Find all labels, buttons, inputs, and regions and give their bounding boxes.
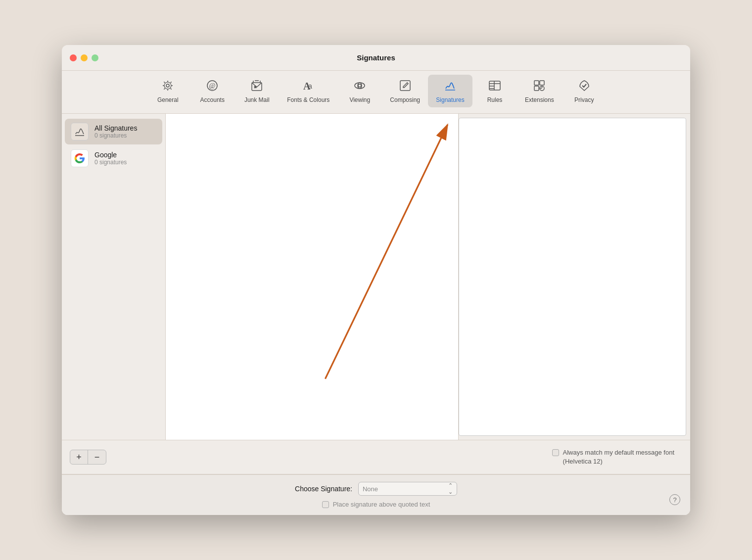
svg-line-24 <box>325 125 447 379</box>
privacy-label: Privacy <box>574 96 594 103</box>
toolbar-item-rules[interactable]: Rules <box>472 75 517 107</box>
svg-rect-15 <box>400 81 410 91</box>
junk-mail-icon <box>250 79 264 94</box>
signatures-icon <box>443 79 457 94</box>
traffic-lights <box>70 54 98 61</box>
accounts-label: Accounts <box>200 96 225 103</box>
toolbar-item-signatures[interactable]: Signatures <box>428 75 472 107</box>
main-window: Signatures General @ Accounts <box>62 45 690 515</box>
toolbar-item-accounts[interactable]: @ Accounts <box>190 75 235 107</box>
general-icon <box>161 79 175 94</box>
svg-point-1 <box>164 82 171 89</box>
font-match-checkbox[interactable] <box>552 449 559 456</box>
toolbar-item-junk-mail[interactable]: Junk Mail <box>235 75 279 107</box>
rules-icon <box>488 79 502 94</box>
signatures-list-panel <box>166 114 459 440</box>
junk-mail-label: Junk Mail <box>244 96 270 103</box>
all-signatures-name: All Signatures <box>94 124 137 132</box>
svg-point-12 <box>355 83 365 89</box>
place-signature-checkbox[interactable] <box>322 501 329 508</box>
toolbar: General @ Accounts <box>62 71 690 114</box>
minimize-button[interactable] <box>81 54 88 61</box>
sig-dropdown-value: None <box>363 485 378 493</box>
font-match-sub: (Helvetica 12) <box>563 457 674 466</box>
all-signatures-icon <box>71 123 89 140</box>
all-signatures-text: All Signatures 0 signatures <box>94 124 137 139</box>
google-text: Google 0 signatures <box>94 151 127 166</box>
rules-label: Rules <box>487 96 503 103</box>
add-remove-buttons: + − <box>70 450 106 465</box>
signatures-label: Signatures <box>436 96 464 103</box>
fonts-label: Fonts & Colours <box>287 96 329 103</box>
place-signature-row: Place signature above quoted text <box>322 501 430 508</box>
extensions-icon <box>532 79 546 94</box>
choose-signature-label: Choose Signature: <box>295 485 352 493</box>
sidebar-item-all-signatures[interactable]: All Signatures 0 signatures <box>65 119 162 144</box>
choose-signature-dropdown[interactable]: None ⌃ ⌄ <box>358 482 457 496</box>
google-name: Google <box>94 151 127 159</box>
svg-text:@: @ <box>209 82 216 90</box>
all-signatures-count: 0 signatures <box>94 132 137 139</box>
close-button[interactable] <box>70 54 77 61</box>
arrow-annotation <box>166 114 458 440</box>
toolbar-item-general[interactable]: General <box>145 75 190 107</box>
privacy-icon <box>577 79 591 94</box>
font-match-label: Always match my default message font <box>563 448 674 457</box>
toolbar-item-viewing[interactable]: Viewing <box>337 75 382 107</box>
svg-point-13 <box>358 84 361 87</box>
svg-rect-18 <box>534 81 539 85</box>
google-icon <box>71 149 89 167</box>
svg-rect-20 <box>534 86 539 91</box>
signature-bar: Choose Signature: None ⌃ ⌄ Place signatu… <box>62 474 690 515</box>
choose-signature-row: Choose Signature: None ⌃ ⌄ <box>295 482 457 496</box>
sidebar: All Signatures 0 signatures Google 0 si <box>62 114 166 440</box>
bottom-bar: + − Always match my default message font… <box>62 440 690 515</box>
font-match-area: Always match my default message font (He… <box>544 444 682 470</box>
toolbar-item-extensions[interactable]: Extensions <box>517 75 562 107</box>
accounts-icon: @ <box>205 79 219 94</box>
add-signature-button[interactable]: + <box>70 450 88 464</box>
remove-signature-button[interactable]: − <box>88 450 106 464</box>
composing-label: Composing <box>390 96 420 103</box>
svg-point-0 <box>166 84 169 87</box>
sig-dropdown-arrow-icon: ⌃ ⌄ <box>448 482 453 495</box>
google-count: 0 signatures <box>94 159 127 166</box>
toolbar-item-fonts[interactable]: A a Fonts & Colours <box>279 75 337 107</box>
font-match-wrapper: Always match my default message font (He… <box>552 448 674 466</box>
main-content: All Signatures 0 signatures Google 0 si <box>62 114 690 440</box>
place-signature-label: Place signature above quoted text <box>333 501 430 508</box>
viewing-icon <box>353 79 367 94</box>
sidebar-item-google[interactable]: Google 0 signatures <box>65 145 162 171</box>
viewing-label: Viewing <box>349 96 370 103</box>
title-bar: Signatures <box>62 45 690 71</box>
composing-icon <box>398 79 412 94</box>
toolbar-item-composing[interactable]: Composing <box>382 75 428 107</box>
toolbar-item-privacy[interactable]: Privacy <box>562 75 607 107</box>
font-match-text-container: Always match my default message font (He… <box>563 448 674 466</box>
help-button[interactable]: ? <box>669 494 680 505</box>
signature-preview-panel <box>459 118 686 436</box>
panels-area <box>166 114 690 440</box>
extensions-label: Extensions <box>525 96 554 103</box>
svg-text:a: a <box>308 82 312 90</box>
window-title: Signatures <box>357 53 395 62</box>
svg-rect-19 <box>540 81 544 85</box>
zoom-button[interactable] <box>92 54 98 61</box>
general-label: General <box>157 96 179 103</box>
fonts-icon: A a <box>301 79 315 94</box>
